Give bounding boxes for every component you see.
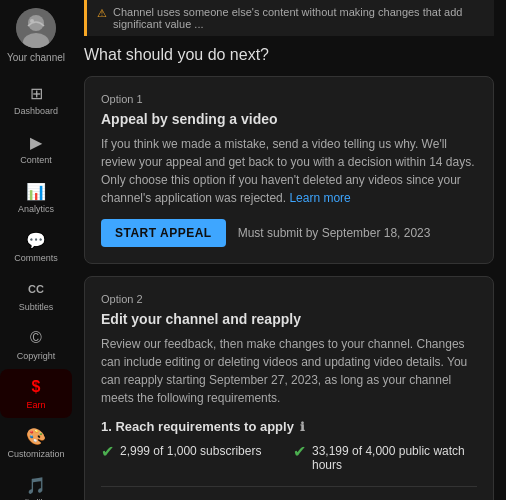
sidebar-item-label: Earn bbox=[26, 400, 45, 410]
must-submit-text: Must submit by September 18, 2023 bbox=[238, 226, 431, 240]
option1-label: Option 1 bbox=[101, 93, 477, 105]
sidebar-item-label: Analytics bbox=[18, 204, 54, 214]
option1-title: Appeal by sending a video bbox=[101, 111, 477, 127]
appeal-row: START APPEAL Must submit by September 18… bbox=[101, 219, 477, 247]
dashboard-icon: ⊞ bbox=[26, 83, 46, 103]
learn-more-link[interactable]: Learn more bbox=[289, 191, 350, 205]
analytics-icon: 📊 bbox=[26, 181, 46, 201]
option1-description: If you think we made a mistake, send a v… bbox=[101, 135, 477, 207]
channel-label: Your channel bbox=[7, 52, 65, 63]
svg-point-1 bbox=[28, 15, 44, 31]
option2-label: Option 2 bbox=[101, 293, 477, 305]
subtitles-icon: CC bbox=[26, 279, 46, 299]
sidebar-item-analytics[interactable]: 📊 Analytics bbox=[0, 173, 72, 222]
option2-title: Edit your channel and reapply bbox=[101, 311, 477, 327]
option2-description: Review our feedback, then make changes t… bbox=[101, 335, 477, 407]
customization-icon: 🎨 bbox=[26, 426, 46, 446]
subscribers-text: 2,999 of 1,000 subscribers bbox=[120, 444, 261, 458]
option1-card: Option 1 Appeal by sending a video If yo… bbox=[84, 76, 494, 264]
requirements-section: 1. Reach requirements to apply ℹ ✔ 2,999… bbox=[101, 419, 477, 472]
comments-icon: 💬 bbox=[26, 230, 46, 250]
sidebar: Your channel ⊞ Dashboard ▶ Content 📊 Ana… bbox=[0, 0, 72, 500]
sidebar-item-label: Comments bbox=[14, 253, 58, 263]
sidebar-item-label: Content bbox=[20, 155, 52, 165]
page-title: What should you do next? bbox=[84, 46, 494, 64]
sidebar-item-subtitles[interactable]: CC Subtitles bbox=[0, 271, 72, 320]
sidebar-item-customization[interactable]: 🎨 Customization bbox=[0, 418, 72, 467]
check-icon: ✔ bbox=[101, 444, 114, 460]
copyright-icon: © bbox=[26, 328, 46, 348]
sidebar-item-content[interactable]: ▶ Content bbox=[0, 124, 72, 173]
start-appeal-button[interactable]: START APPEAL bbox=[101, 219, 226, 247]
avatar[interactable] bbox=[16, 8, 56, 48]
requirements-grid: ✔ 2,999 of 1,000 subscribers ✔ 33,199 of… bbox=[101, 444, 477, 472]
requirement-watch-hours: ✔ 33,199 of 4,000 public watch hours bbox=[293, 444, 477, 472]
warning-text: Channel uses someone else's content with… bbox=[113, 6, 484, 30]
sidebar-item-label: Copyright bbox=[17, 351, 56, 361]
check-icon: ✔ bbox=[293, 444, 306, 460]
section-divider bbox=[101, 486, 477, 487]
sidebar-item-copyright[interactable]: © Copyright bbox=[0, 320, 72, 369]
channel-avatar-section: Your channel bbox=[7, 8, 65, 63]
watch-hours-text: 33,199 of 4,000 public watch hours bbox=[312, 444, 477, 472]
warning-banner: ⚠ Channel uses someone else's content wi… bbox=[84, 0, 494, 36]
requirements-title: 1. Reach requirements to apply ℹ bbox=[101, 419, 477, 434]
sidebar-item-label: Dashboard bbox=[14, 106, 58, 116]
audio-library-icon: 🎵 bbox=[26, 475, 46, 495]
sidebar-item-audio-library[interactable]: 🎵 Audio library bbox=[0, 467, 72, 500]
option2-card: Option 2 Edit your channel and reapply R… bbox=[84, 276, 494, 500]
requirements-info-icon[interactable]: ℹ bbox=[300, 420, 305, 434]
sidebar-item-dashboard[interactable]: ⊞ Dashboard bbox=[0, 75, 72, 124]
earn-icon: $ bbox=[26, 377, 46, 397]
sidebar-item-label: Subtitles bbox=[19, 302, 54, 312]
sidebar-item-comments[interactable]: 💬 Comments bbox=[0, 222, 72, 271]
sidebar-item-earn[interactable]: $ Earn bbox=[0, 369, 72, 418]
main-content: ⚠ Channel uses someone else's content wi… bbox=[72, 0, 506, 500]
warning-icon: ⚠ bbox=[97, 7, 107, 20]
sidebar-item-label: Customization bbox=[7, 449, 64, 459]
content-icon: ▶ bbox=[26, 132, 46, 152]
requirement-subscribers: ✔ 2,999 of 1,000 subscribers bbox=[101, 444, 285, 472]
